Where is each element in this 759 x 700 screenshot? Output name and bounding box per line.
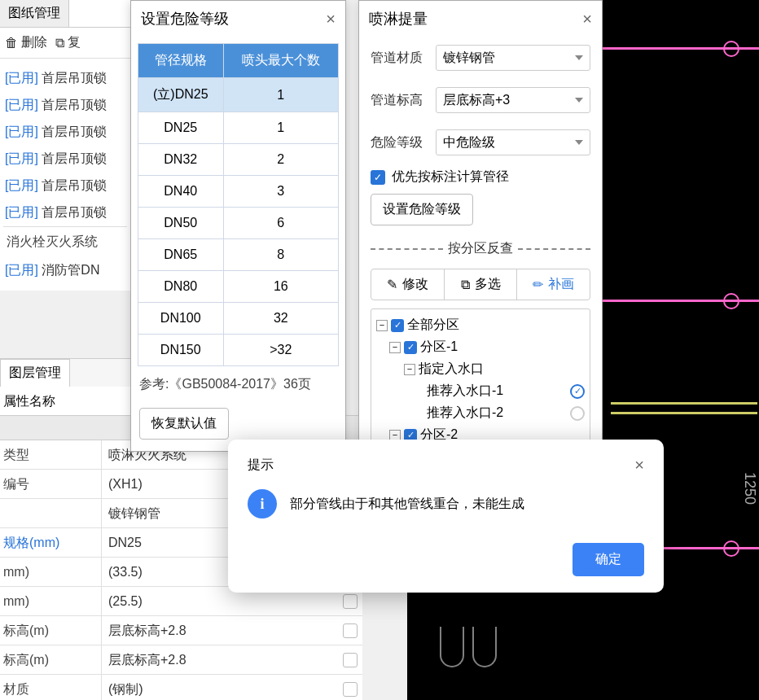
prop-key: mm) [0, 558, 102, 586]
tree-item[interactable]: [已用] 首层吊顶锁 [3, 119, 127, 146]
cell-count: 32 [223, 303, 338, 335]
delete-button[interactable]: 🗑 删除 [5, 34, 47, 51]
panel-title: 喷淋提量 [369, 9, 428, 28]
checkbox-label: 优先按标注计算管径 [392, 168, 509, 186]
prop-key: 材质 [0, 675, 102, 700]
select-material[interactable]: 镀锌钢管 [436, 45, 590, 71]
prop-key[interactable]: 规格(mm) [0, 528, 102, 557]
tab-header: 图纸管理 [0, 0, 130, 28]
select-risk[interactable]: 中危险级 [436, 129, 590, 155]
th-count: 喷头最大个数 [223, 44, 338, 78]
reference-text: 参考:《GB50084-2017》36页 [131, 373, 345, 401]
label-elevation: 管道标高 [371, 92, 436, 109]
item-label: 首层吊顶锁 [42, 151, 107, 165]
table-row[interactable]: DN506 [138, 208, 339, 239]
prop-checkbox[interactable] [338, 645, 362, 674]
zone-row-all[interactable]: − ✓ 全部分区 [375, 314, 586, 336]
expander-icon[interactable]: − [404, 364, 415, 375]
layer-header-label: 属性名称 [3, 393, 55, 410]
cell-count: 2 [223, 144, 338, 176]
checkbox-row-priority[interactable]: ✓ 优先按标注计算管径 [359, 164, 602, 194]
delete-label: 删除 [21, 34, 47, 51]
prop-row[interactable]: 标高(m)层底标高+2.8 [0, 645, 362, 675]
draw-button[interactable]: ✏补画 [517, 269, 590, 300]
prop-row[interactable]: 标高(m)层底标高+2.8 [0, 616, 362, 645]
expander-icon[interactable]: − [376, 320, 388, 331]
tree-item[interactable]: [已用] 首层吊顶锁 [3, 146, 127, 173]
used-tag: [已用] [5, 205, 38, 219]
table-row[interactable]: DN150>32 [138, 335, 339, 366]
prop-row[interactable]: 材质(钢制) [0, 675, 362, 700]
set-risk-button[interactable]: 设置危险等级 [371, 194, 473, 225]
prop-key [0, 499, 102, 527]
zone-row-inlet-1[interactable]: 推荐入水口-1 ✓ [375, 380, 586, 402]
cell-count: 6 [223, 208, 338, 239]
zone-toolbar: ✎修改 ⧉多选 ✏补画 [371, 269, 590, 300]
zone-row-inlet-2[interactable]: 推荐入水口-2 [375, 402, 586, 424]
item-label: 首层吊顶锁 [42, 98, 107, 112]
table-row[interactable]: DN8016 [138, 271, 339, 303]
table-row[interactable]: (立)DN251 [138, 78, 339, 112]
zone-row-z1[interactable]: − ✓ 分区-1 [375, 336, 586, 358]
cell-count: >32 [223, 335, 338, 366]
select-elevation[interactable]: 层底标高+3 [436, 87, 590, 113]
tree-item[interactable]: [已用] 首层吊顶锁 [3, 173, 127, 199]
sprinkler-arc [472, 627, 497, 667]
zone-tree: − ✓ 全部分区 − ✓ 分区-1 − 指定入水口 推荐入水口-1 ✓ 推荐入水… [371, 308, 590, 452]
info-icon: i [248, 489, 277, 518]
expander-icon[interactable]: − [389, 342, 401, 353]
label-risk: 危险等级 [371, 134, 436, 151]
table-row[interactable]: DN658 [138, 239, 339, 271]
cell-spec: DN50 [138, 208, 224, 239]
chevron-down-icon [575, 55, 583, 60]
cell-spec: DN40 [138, 176, 224, 208]
layer-tab[interactable]: 图层管理 [0, 359, 70, 387]
tab-drawing-mgmt[interactable]: 图纸管理 [0, 0, 69, 27]
checkbox-icon[interactable]: ✓ [391, 319, 404, 332]
close-icon[interactable]: × [582, 10, 592, 28]
item-label: 消防管DN [42, 263, 99, 277]
alert-body: i 部分管线由于和其他管线重合，未能生成 [248, 489, 644, 518]
tree-item[interactable]: [已用] 消防管DN [3, 257, 127, 284]
copy-button[interactable]: ⧉ 复 [55, 34, 81, 51]
table-row[interactable]: DN10032 [138, 303, 339, 335]
zone-label: 指定入水口 [419, 361, 484, 378]
dialog-title: 设置危险等级 [141, 9, 229, 28]
alert-message: 部分管线由于和其他管线重合，未能生成 [290, 496, 524, 513]
multi-select-button[interactable]: ⧉多选 [445, 269, 518, 300]
left-sidebar: 图纸管理 🗑 删除 ⧉ 复 [已用] 首层吊顶锁 [已用] 首层吊顶锁 [已用]… [0, 0, 130, 291]
close-icon[interactable]: × [634, 456, 644, 475]
alert-header: 提示 × [248, 456, 644, 475]
multi-icon: ⧉ [461, 278, 470, 292]
separator-row: 按分区反查 [359, 234, 602, 264]
prop-val: 层底标高+2.8 [102, 616, 338, 645]
modify-button[interactable]: ✎修改 [371, 269, 445, 300]
select-value: 镀锌钢管 [443, 50, 495, 67]
checkbox-icon[interactable]: ✓ [404, 341, 417, 354]
item-label: 首层吊顶锁 [42, 71, 107, 85]
prop-checkbox[interactable] [338, 616, 362, 645]
restore-default-button[interactable]: 恢复默认值 [139, 408, 229, 440]
table-row[interactable]: DN251 [138, 112, 339, 144]
grid-line [611, 412, 757, 414]
tree-item[interactable]: [已用] 首层吊顶锁 [3, 199, 127, 226]
pencil-icon: ✏ [533, 277, 543, 292]
tree-item[interactable]: [已用] 首层吊顶锁 [3, 92, 127, 119]
close-icon[interactable]: × [326, 10, 336, 28]
ok-button[interactable]: 确定 [573, 543, 644, 576]
tree-item[interactable]: [已用] 首层吊顶锁 [3, 65, 127, 92]
item-label: 首层吊顶锁 [42, 205, 107, 219]
sprinkler-arc [440, 627, 464, 667]
cell-spec: DN150 [138, 335, 224, 366]
used-tag: [已用] [5, 263, 38, 277]
zone-row-inlet[interactable]: − 指定入水口 [375, 358, 586, 380]
table-row[interactable]: DN322 [138, 144, 339, 176]
prop-checkbox[interactable] [338, 675, 362, 700]
node-marker-icon [723, 293, 739, 309]
cell-spec: DN25 [138, 112, 224, 144]
btn-label: 修改 [402, 276, 428, 293]
prop-key: 标高(m) [0, 645, 102, 674]
prop-key: 标高(m) [0, 616, 102, 645]
table-row[interactable]: DN403 [138, 176, 339, 208]
sprinkler-panel: 喷淋提量 × 管道材质 镀锌钢管 管道标高 层底标高+3 危险等级 中危险级 ✓… [358, 0, 603, 461]
